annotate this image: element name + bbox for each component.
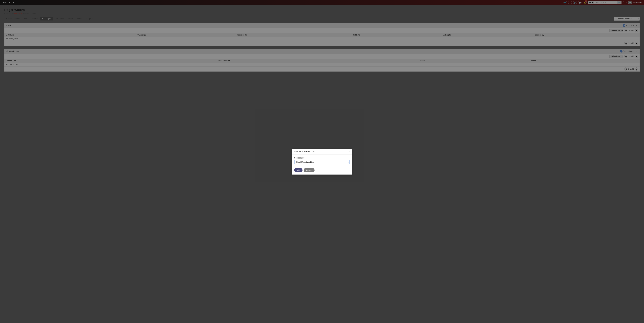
modal-overlay[interactable]: Add To Contact List × Contact List * Gre… (0, 0, 644, 77)
